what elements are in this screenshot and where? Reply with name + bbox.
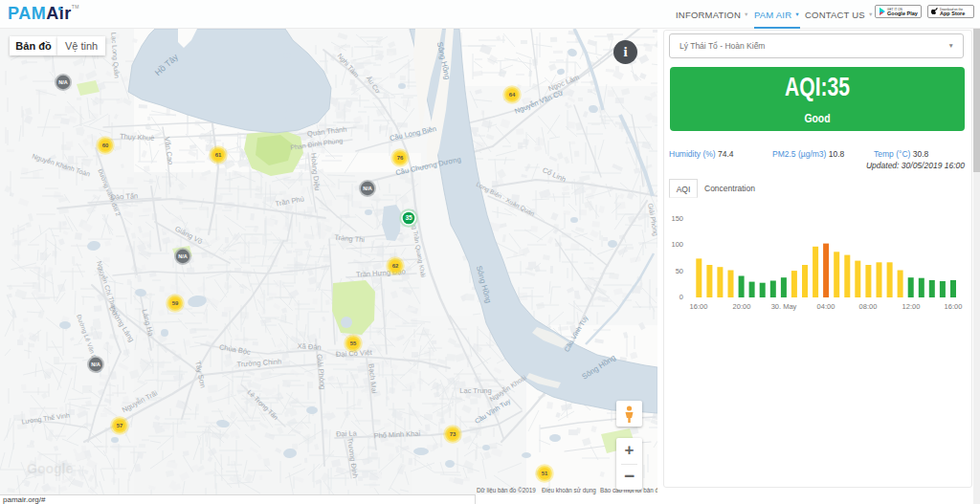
svg-text:16:00: 16:00 [690,302,708,311]
svg-text:Google Play: Google Play [887,11,919,16]
svg-text:20:00: 20:00 [733,302,751,311]
svg-text:100: 100 [671,240,683,249]
svg-text:App Store: App Store [940,11,965,16]
svg-text:50: 50 [676,267,683,275]
svg-text:08:00: 08:00 [859,302,878,311]
svg-text:30. May: 30. May [771,302,797,311]
svg-text:12:00: 12:00 [902,302,921,311]
svg-text:0: 0 [679,293,683,301]
svg-text:16:00: 16:00 [945,302,963,311]
svg-text:04:00: 04:00 [817,302,835,311]
svg-text:150: 150 [671,214,683,223]
